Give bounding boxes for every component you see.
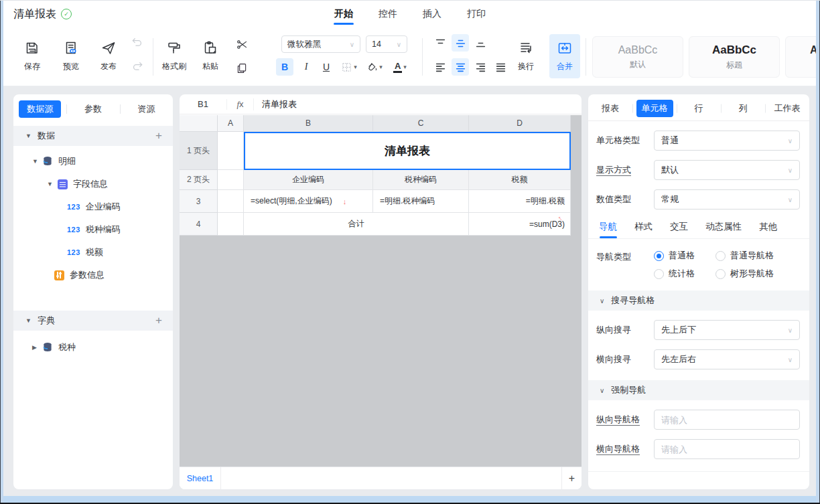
underline-button[interactable]: U	[318, 58, 335, 76]
fx-icon[interactable]: fx	[226, 99, 253, 110]
tree-item-fields[interactable]: ▼ 字段信息	[13, 173, 173, 195]
section-force-nav[interactable]: ∨ 强制导航	[588, 380, 809, 400]
cell-d3[interactable]: =明细.税额	[469, 190, 571, 213]
publish-button[interactable]: 发布	[92, 34, 125, 78]
inspector-tab-report[interactable]: 报表	[588, 102, 632, 114]
row-header-2[interactable]: 2 页头	[180, 170, 218, 190]
cell-b1-merged[interactable]: 清单报表	[244, 132, 571, 170]
radio-normal-cell[interactable]: 普通格	[654, 250, 715, 262]
cell-b4-merged[interactable]: 合计	[244, 213, 469, 236]
halign-center-button[interactable]	[452, 58, 469, 76]
inspector-tab-worksheet[interactable]: 工作表	[765, 102, 809, 114]
subtab-other[interactable]: 其他	[759, 215, 777, 238]
bold-button[interactable]: B	[276, 58, 293, 76]
add-dictionary-button[interactable]: +	[155, 314, 162, 327]
publish-label: 发布	[100, 61, 117, 72]
cell-c2[interactable]: 税种编码	[373, 170, 469, 190]
radio-tree-nav-cell[interactable]: 树形导航格	[715, 268, 774, 280]
value-type-select[interactable]: 常规 ∨	[654, 189, 800, 209]
tree-item-param-info[interactable]: 参数信息	[13, 264, 173, 286]
add-dataset-button[interactable]: +	[155, 129, 162, 143]
tab-print[interactable]: 打印	[466, 2, 487, 26]
paste-button[interactable]: 粘贴	[194, 34, 226, 78]
col-header-a[interactable]: A	[218, 115, 244, 132]
font-size-select[interactable]: 14 ∨	[366, 35, 407, 53]
subtab-dynamic-props[interactable]: 动态属性	[705, 215, 742, 238]
valign-bottom-button[interactable]	[472, 34, 489, 52]
add-sheet-button[interactable]: +	[561, 467, 582, 489]
horizontal-nav-cell-input[interactable]	[661, 444, 793, 454]
valign-top-button[interactable]	[431, 34, 449, 52]
inspector-tab-column[interactable]: 列	[721, 102, 765, 114]
inspector-tab-row[interactable]: 行	[677, 102, 721, 114]
tree-item-tax-type[interactable]: ▶ 税种	[13, 336, 173, 359]
cell-a3[interactable]	[218, 190, 244, 213]
halign-left-button[interactable]	[431, 58, 449, 76]
vertical-nav-cell-input[interactable]	[661, 415, 793, 425]
halign-right-button[interactable]	[472, 58, 489, 76]
cell-a2[interactable]	[218, 170, 244, 190]
cell-c3[interactable]: =明细.税种编码	[373, 190, 469, 213]
horizontal-search-select[interactable]: 先左后右 ∨	[654, 349, 800, 369]
sidebar-tab-resources[interactable]: 资源	[120, 103, 173, 115]
tree-item-company-code[interactable]: 123 企业编码	[13, 195, 173, 218]
cell-d2[interactable]: 税额	[469, 170, 571, 190]
tree-item-dataset[interactable]: ▼ 明细	[13, 150, 173, 173]
corner-header[interactable]	[180, 115, 218, 132]
col-header-c[interactable]: C	[373, 115, 469, 132]
sheet-tab-sheet1[interactable]: Sheet1	[180, 467, 221, 489]
style-preset-default[interactable]: AaBbCc 默认	[592, 36, 683, 78]
radio-normal-nav-cell[interactable]: 普通导航格	[715, 250, 774, 262]
subtab-navigation[interactable]: 导航	[599, 215, 617, 238]
cell-a1[interactable]	[218, 132, 244, 170]
inspector-tab-label: 列	[739, 102, 748, 114]
merge-cells-button[interactable]: 合并	[549, 34, 580, 78]
subtab-style[interactable]: 样式	[634, 215, 653, 238]
format-painter-button[interactable]: 格式刷	[158, 34, 190, 78]
fill-color-button[interactable]: ▾	[363, 58, 386, 76]
cut-button[interactable]	[233, 35, 251, 53]
cell-b2[interactable]: 企业编码	[244, 170, 373, 190]
section-data[interactable]: ▼ 数据 +	[13, 126, 173, 146]
tab-home[interactable]: 开始	[333, 2, 354, 26]
cell-a4[interactable]	[218, 213, 244, 236]
tree-item-tax-type-code[interactable]: 123 税种编码	[13, 218, 173, 241]
col-header-d[interactable]: D	[469, 115, 571, 132]
database-icon	[42, 342, 53, 353]
borders-button[interactable]: ▾	[338, 58, 360, 76]
halign-justify-button[interactable]	[492, 58, 509, 76]
style-preset-title[interactable]: AaBbCc 标题	[689, 36, 780, 78]
row-header-1[interactable]: 1 页头	[180, 132, 218, 170]
valign-middle-button[interactable]	[452, 34, 469, 52]
save-button[interactable]: 保存	[16, 34, 48, 78]
section-search-nav[interactable]: ∨ 搜寻导航格	[588, 290, 809, 311]
font-family-select[interactable]: 微软雅黑 ∨	[281, 35, 360, 53]
cell-d4[interactable]: =sum(D3) ↑	[469, 213, 571, 236]
col-header-b[interactable]: B	[244, 115, 373, 132]
font-color-button[interactable]: A ▾	[389, 58, 411, 76]
row-header-4[interactable]: 4	[180, 213, 218, 236]
formula-input[interactable]: 清单报表	[253, 98, 582, 110]
cell-b3[interactable]: =select(明细,企业编码) ↓	[244, 190, 373, 213]
cell-name-box[interactable]: B1	[180, 99, 226, 109]
preview-button[interactable]: 预览	[55, 34, 87, 78]
style-preset-subtitle[interactable]: AaBbCc 副标题	[785, 36, 820, 78]
cell-type-select[interactable]: 普通 ∨	[654, 131, 800, 151]
display-mode-select[interactable]: 默认 ∨	[654, 160, 800, 180]
copy-button[interactable]	[233, 60, 251, 77]
subtab-interaction[interactable]: 交互	[670, 215, 688, 238]
vertical-search-select[interactable]: 先上后下 ∨	[654, 320, 800, 340]
tab-insert[interactable]: 插入	[421, 2, 443, 26]
section-dictionary[interactable]: ▼ 字典 +	[13, 311, 173, 331]
sidebar-tab-params[interactable]: 参数	[66, 103, 119, 115]
undo-button[interactable]	[129, 34, 146, 52]
tree-item-tax-amount[interactable]: 123 税额	[13, 241, 173, 264]
radio-stats-cell[interactable]: 统计格	[654, 268, 715, 280]
wrap-text-button[interactable]: 换行	[510, 34, 541, 78]
row-header-3[interactable]: 3	[180, 190, 218, 213]
italic-button[interactable]: I	[297, 58, 315, 76]
redo-button[interactable]	[129, 58, 146, 76]
tab-widgets[interactable]: 控件	[377, 2, 399, 26]
inspector-tab-cell[interactable]: 单元格	[632, 100, 677, 117]
sidebar-tab-datasource[interactable]: 数据源	[13, 100, 66, 118]
